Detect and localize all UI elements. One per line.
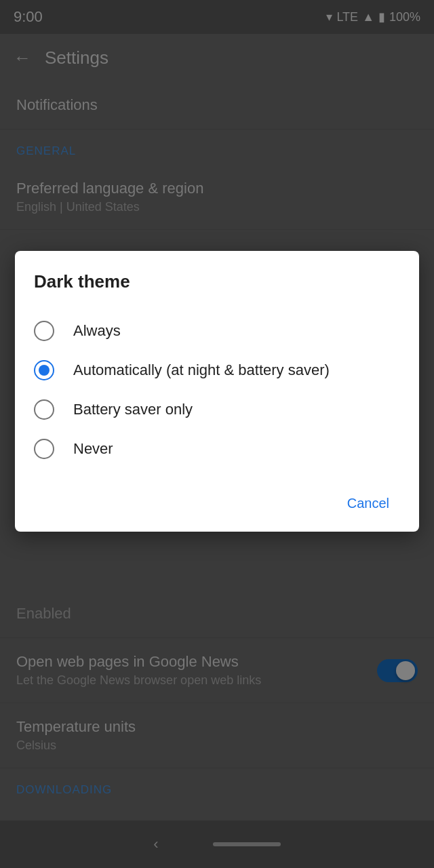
- radio-auto: [34, 360, 54, 380]
- option-always-label: Always: [73, 321, 121, 341]
- option-auto-label: Automatically (at night & battery saver): [73, 361, 330, 380]
- radio-auto-inner: [39, 365, 50, 376]
- option-always[interactable]: Always: [34, 311, 400, 351]
- dialog-title: Dark theme: [34, 271, 400, 292]
- option-battery[interactable]: Battery saver only: [34, 390, 400, 429]
- dark-theme-dialog: Dark theme Always Automatically (at nigh…: [15, 251, 419, 532]
- option-auto[interactable]: Automatically (at night & battery saver): [34, 351, 400, 390]
- option-never-label: Never: [73, 439, 113, 459]
- radio-always: [34, 321, 54, 341]
- radio-battery: [34, 399, 54, 420]
- dialog-actions: Cancel: [34, 482, 400, 518]
- radio-never: [34, 439, 54, 459]
- option-battery-label: Battery saver only: [73, 400, 193, 420]
- cancel-button[interactable]: Cancel: [336, 489, 400, 518]
- option-never[interactable]: Never: [34, 429, 400, 469]
